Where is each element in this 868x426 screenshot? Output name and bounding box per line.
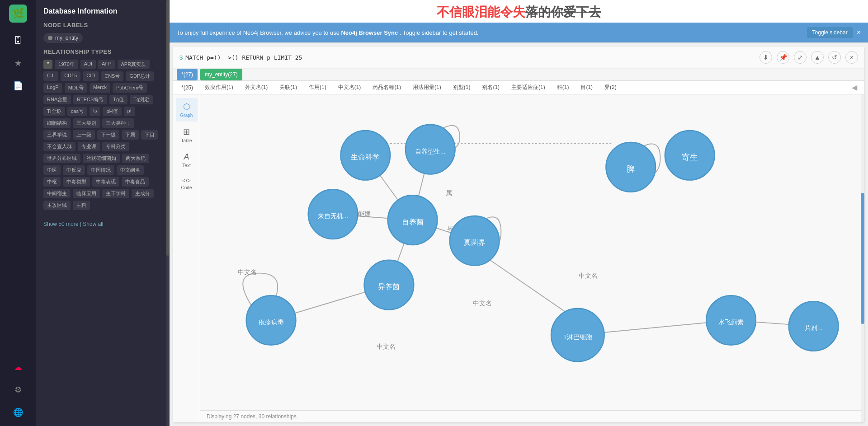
tag-13[interactable]: RNA含量 (43, 95, 71, 104)
sub-tab-3[interactable]: 关联(1) (275, 81, 302, 94)
tag-39[interactable]: 中文纲名 (117, 165, 144, 175)
tag-4[interactable]: C.I. (43, 71, 58, 81)
nav-settings[interactable]: ⚙ (9, 381, 27, 399)
tag-47[interactable]: 主成分 (132, 189, 154, 198)
tag-33[interactable]: 世界分布区域 (43, 154, 80, 163)
expand-btn[interactable]: ⤢ (794, 51, 807, 64)
sub-tab-11[interactable]: 科(1) (552, 81, 574, 94)
tag-45[interactable]: 临床应用 (73, 189, 100, 198)
tag-16[interactable]: Tg测定 (130, 95, 153, 104)
tag-20[interactable]: pH值 (103, 107, 121, 116)
right-scrollbar[interactable] (861, 94, 864, 422)
sub-tab-0[interactable]: *(25) (177, 82, 198, 94)
code-view-btn[interactable]: </> Code (176, 173, 198, 194)
refresh-btn[interactable]: ↺ (828, 51, 841, 64)
tag-28[interactable]: 下属 (122, 130, 139, 140)
pin-btn[interactable]: 📌 (777, 51, 789, 64)
sub-tab-1[interactable]: 效应作用(1) (200, 81, 238, 94)
tag-35[interactable]: 两大系统 (122, 154, 149, 163)
node-label-item[interactable]: my_entity (43, 33, 83, 43)
text-view-btn[interactable]: A Text (176, 149, 198, 172)
show-more-link[interactable]: Show 50 more (43, 221, 78, 227)
nav-cloud[interactable]: ☁ (9, 358, 27, 376)
collapse-btn[interactable]: ▲ (811, 51, 824, 64)
tab-entity[interactable]: my_entity(27) (200, 69, 242, 80)
tag-10[interactable]: MDL号 (65, 83, 87, 93)
sidebar-scrollbar[interactable] (166, 0, 169, 426)
sidebar-title: Database Information (43, 7, 162, 15)
tag-26[interactable]: 上一级 (73, 130, 95, 140)
tag-17[interactable]: TI全称 (43, 107, 65, 116)
table-view-btn[interactable]: ⊞ Table (176, 123, 198, 147)
nav-favorites[interactable]: ★ (9, 54, 27, 72)
tag-5[interactable]: CD15 (61, 71, 80, 81)
show-all-link[interactable]: Show all (83, 221, 103, 227)
nav-documents[interactable]: 📄 (9, 77, 27, 95)
nav-globe[interactable]: 🌐 (9, 403, 27, 421)
tabs-collapse-btn[interactable]: ◀ (848, 81, 861, 94)
tag-25[interactable]: 三界学说 (43, 130, 71, 140)
graph-canvas[interactable]: 能建 属 界 中文名 中文名 中文名 中文名 生命科学 自养型生... (200, 94, 861, 422)
tag-30[interactable]: 不合宜人群 (43, 142, 75, 151)
sub-tab-8[interactable]: 别型(1) (448, 81, 475, 94)
tag-38[interactable]: 中国情况 (87, 165, 114, 175)
query-prompt: $ (179, 54, 183, 61)
tag-24[interactable]: 三大类种： (102, 118, 134, 128)
sub-tab-13[interactable]: 界(2) (600, 81, 621, 94)
tag-19[interactable]: Is (90, 107, 101, 116)
tag-8[interactable]: GDP总计 (126, 71, 154, 81)
graph-view-btn[interactable]: ⬡ Graph (176, 98, 198, 122)
close-query-btn[interactable]: × (845, 51, 858, 64)
nav-database[interactable]: 🗄 (9, 32, 27, 50)
tag-7[interactable]: CNS号 (101, 71, 123, 81)
tag-6[interactable]: CID (83, 71, 99, 81)
tab-all[interactable]: *(27) (177, 69, 198, 80)
sub-tab-9[interactable]: 别名(1) (477, 81, 504, 94)
tag-42[interactable]: 中毒表现 (92, 177, 119, 187)
tag-36[interactable]: 中医 (43, 165, 61, 175)
sub-tab-12[interactable]: 目(1) (576, 81, 597, 94)
graph-label: Graph (180, 113, 193, 118)
sub-tab-2[interactable]: 外文名(1) (241, 81, 273, 94)
close-banner-button[interactable]: × (857, 28, 861, 37)
tag-37[interactable]: 中反应 (63, 165, 85, 175)
tag-15[interactable]: Tg值 (109, 95, 127, 104)
tag-29[interactable]: 下目 (141, 130, 158, 140)
tag-49[interactable]: 主料 (73, 201, 90, 210)
tag-48[interactable]: 主攻区域 (43, 201, 71, 210)
tag-0[interactable]: 1970年 (55, 60, 78, 69)
tag-18[interactable]: cas号 (67, 107, 87, 116)
tag-44[interactable]: 中间宿主 (43, 189, 71, 198)
tag-3[interactable]: APR其实质 (118, 60, 150, 69)
tag-46[interactable]: 主干学科 (102, 189, 129, 198)
sub-tab-6[interactable]: 药品名称(1) (368, 81, 406, 94)
svg-text:异养菌: 异养菌 (378, 283, 400, 290)
tag-14[interactable]: RTECS编号 (73, 95, 107, 104)
table-icon: ⊞ (183, 127, 190, 137)
toggle-sidebar-button[interactable]: Toggle sidebar (807, 27, 853, 38)
tag-31[interactable]: 专业课 (78, 142, 100, 151)
tag-wildcard[interactable]: * (43, 60, 52, 69)
tag-22[interactable]: 细胞结构 (43, 118, 71, 128)
tag-11[interactable]: Merck (90, 83, 110, 93)
tag-9[interactable]: LogP (43, 83, 62, 93)
sub-tab-4[interactable]: 作用(1) (304, 81, 331, 94)
tag-41[interactable]: 中毒类型 (63, 177, 90, 187)
query-text[interactable]: MATCH p=()-->() RETURN p LIMIT 25 (185, 54, 760, 61)
sub-tab-5[interactable]: 中文名(1) (334, 81, 366, 94)
tag-23[interactable]: 三大类别 (73, 118, 100, 128)
result-tabs-sub: *(25) 效应作用(1) 外文名(1) 关联(1) 作用(1) 中文名(1) … (173, 81, 864, 94)
tag-40[interactable]: 中枢 (43, 177, 61, 187)
sidebar: Database Information Node Labels my_enti… (36, 0, 170, 426)
sub-tab-7[interactable]: 用法用量(1) (408, 81, 446, 94)
tag-43[interactable]: 中毒食品 (122, 177, 149, 187)
tag-21[interactable]: pI (124, 107, 135, 116)
tag-1[interactable]: ADI (80, 60, 96, 69)
tag-32[interactable]: 专科分类 (102, 142, 129, 151)
tag-2[interactable]: AFP (98, 60, 115, 69)
sub-tab-10[interactable]: 主要适应症(1) (507, 81, 550, 94)
tag-34[interactable]: 丝状硫细菌如 (83, 154, 120, 163)
tag-27[interactable]: 下一级 (97, 130, 119, 140)
tag-12[interactable]: PubChem号 (113, 83, 147, 93)
download-btn[interactable]: ⬇ (760, 51, 772, 64)
